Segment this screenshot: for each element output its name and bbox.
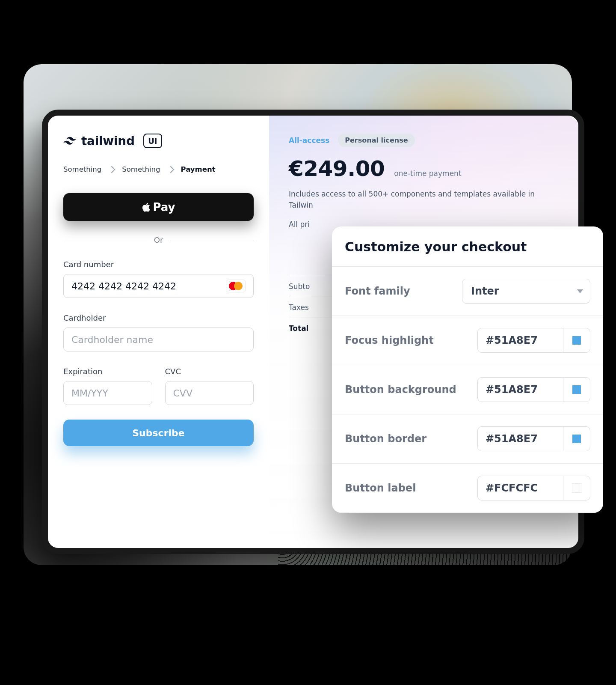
option-button-border: Button border #51A8E7 xyxy=(332,414,603,463)
color-swatch[interactable] xyxy=(563,378,590,402)
option-label: Button border xyxy=(345,433,426,445)
swatch-box xyxy=(572,483,581,493)
subscribe-button[interactable]: Subscribe xyxy=(63,420,254,446)
apple-pay-label: Pay xyxy=(153,201,175,214)
card-number-value: 4242 4242 4242 4242 xyxy=(71,281,176,292)
option-label: Font family xyxy=(345,285,410,297)
apple-pay-button[interactable]: Pay xyxy=(63,193,254,221)
tailwind-mark-icon xyxy=(63,134,76,147)
cvc-input[interactable]: CVV xyxy=(165,381,254,405)
color-swatch[interactable] xyxy=(563,476,590,500)
mastercard-icon xyxy=(226,280,246,292)
breadcrumb: Something Something Payment xyxy=(63,165,254,173)
option-label: Focus highlight xyxy=(345,334,434,346)
option-focus-highlight: Focus highlight #51A8E7 xyxy=(332,316,603,365)
font-family-select[interactable]: Inter xyxy=(462,279,590,304)
crumb-2: Payment xyxy=(181,165,216,173)
cvc-label: CVC xyxy=(165,367,254,376)
option-font-family: Font family Inter xyxy=(332,266,603,316)
brand-name: tailwind xyxy=(81,134,135,148)
expiration-input[interactable]: MM/YYY xyxy=(63,381,152,405)
modal-footer-divider xyxy=(332,512,603,513)
swatch-box xyxy=(572,336,581,345)
option-label: Button background xyxy=(345,384,456,396)
divider-or: Or xyxy=(63,235,254,244)
card-number-input[interactable]: 4242 4242 4242 4242 xyxy=(63,274,254,298)
plan-link[interactable]: All-access xyxy=(289,136,329,145)
option-button-background: Button background #51A8E7 xyxy=(332,365,603,414)
subtotal-label: Subto xyxy=(289,282,310,291)
chevron-down-icon xyxy=(577,289,583,293)
payment-pane: tailwind UI Something Something Payment … xyxy=(48,116,269,548)
chevron-right-icon xyxy=(167,166,174,173)
color-value: #FCFCFC xyxy=(478,482,563,494)
card-number-label: Card number xyxy=(63,260,254,269)
font-family-value: Inter xyxy=(471,285,499,297)
price-amount: €249.00 xyxy=(289,156,385,181)
price-hint: one-time payment xyxy=(394,169,461,178)
option-button-label: Button label #FCFCFC xyxy=(332,463,603,512)
brand-ui-badge: UI xyxy=(143,134,162,148)
color-value: #51A8E7 xyxy=(478,433,563,445)
summary-desc-1: Includes access to all 500+ components a… xyxy=(289,189,559,211)
color-swatch[interactable] xyxy=(563,328,590,352)
focus-highlight-color-input[interactable]: #51A8E7 xyxy=(477,328,590,353)
swatch-box xyxy=(572,435,581,443)
apple-icon xyxy=(142,202,151,213)
license-pill: Personal license xyxy=(338,134,415,147)
taxes-label: Taxes xyxy=(289,303,309,312)
swatch-box xyxy=(572,385,581,394)
cardholder-placeholder: Cardholder name xyxy=(71,334,153,345)
crumb-0[interactable]: Something xyxy=(63,165,101,173)
color-value: #51A8E7 xyxy=(478,334,563,346)
crumb-1[interactable]: Something xyxy=(122,165,160,173)
button-border-color-input[interactable]: #51A8E7 xyxy=(477,426,590,451)
subscribe-label: Subscribe xyxy=(132,428,184,438)
cardholder-label: Cardholder xyxy=(63,313,254,322)
color-value: #51A8E7 xyxy=(478,384,563,396)
chevron-right-icon xyxy=(108,166,116,173)
expiration-label: Expiration xyxy=(63,367,152,376)
cardholder-input[interactable]: Cardholder name xyxy=(63,328,254,351)
customize-modal: Customize your checkout Font family Inte… xyxy=(332,226,603,513)
modal-title: Customize your checkout xyxy=(332,226,603,266)
color-swatch[interactable] xyxy=(563,427,590,451)
option-label: Button label xyxy=(345,482,416,494)
total-label: Total xyxy=(289,324,308,333)
button-label-color-input[interactable]: #FCFCFC xyxy=(477,476,590,500)
cvc-placeholder: CVV xyxy=(173,388,192,399)
logo: tailwind UI xyxy=(63,134,254,148)
divider-label: Or xyxy=(154,235,163,244)
button-background-color-input[interactable]: #51A8E7 xyxy=(477,377,590,402)
expiration-placeholder: MM/YYY xyxy=(71,388,108,399)
